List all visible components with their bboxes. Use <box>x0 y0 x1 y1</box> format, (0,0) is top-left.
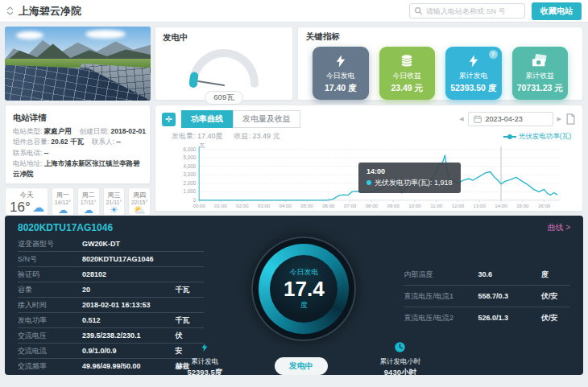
gauge-value-badge: 609瓦 <box>205 91 242 105</box>
svg-text:15:00: 15:00 <box>516 203 529 208</box>
photo-cloud <box>85 30 126 39</box>
svg-text:4,000: 4,000 <box>184 163 197 169</box>
inverter-serial-title[interactable]: 8020KDTU17AG1046 <box>18 222 113 233</box>
weather-day-label: 周一 <box>52 191 73 200</box>
total-gen-label: 累计发电 <box>187 356 222 367</box>
table-row: 验证码028102 <box>18 267 204 282</box>
tab-energy-income[interactable]: 发电量及收益 <box>233 110 300 128</box>
svg-text:0: 0 <box>193 197 197 203</box>
photo-cloud <box>16 31 43 39</box>
row-value: 8020KDTU17AG1046 <box>82 255 175 263</box>
kpi-tile-today-generation[interactable]: 今日发电 17.40 度 <box>313 47 369 100</box>
generating-status-button[interactable]: 发电中 <box>275 357 328 375</box>
row-value: 2018-02-01 16:13:53 <box>82 301 175 309</box>
kpi-label: 今日收益 <box>392 71 421 81</box>
export-icon[interactable] <box>565 113 576 125</box>
svg-text:10:00: 10:00 <box>408 203 421 208</box>
svg-text:2,000: 2,000 <box>184 180 197 186</box>
kpi-label: 累计发电 <box>459 71 488 81</box>
row-unit: 伏 <box>175 331 204 341</box>
inverter-info-table: 逆变器型号GW20K-DT S/N号8020KDTU17AG1046 验证码02… <box>18 237 204 378</box>
svg-text:07:00: 07:00 <box>344 203 357 208</box>
next-day-icon[interactable]: ▶ <box>557 116 561 122</box>
daily-generation-gauge: 今日发电 17.4 度 累计发电 52393.5度 发电中 累计发电小时 943… <box>220 237 387 378</box>
total-gen-value: 52393.5度 <box>187 367 222 378</box>
svg-text:6,000: 6,000 <box>184 146 197 152</box>
favorite-station-button[interactable]: 收藏电站 <box>532 2 582 20</box>
kpi-tile-today-income[interactable]: 今日收益 23.49 元 <box>379 47 436 100</box>
search-input[interactable] <box>426 7 520 15</box>
calendar-icon <box>474 115 482 123</box>
row-unit: 千瓦 <box>175 285 204 295</box>
detail-label: 组件总容量: <box>13 138 49 146</box>
add-compare-button[interactable]: ✛ <box>162 113 176 126</box>
kpi-tile-total-income[interactable]: 累计收益 70731.23 元 <box>512 47 569 100</box>
date-value: 2023-04-23 <box>486 115 523 123</box>
chart-gen-value: 17.40度 <box>197 131 223 142</box>
svg-text:02:00: 02:00 <box>236 203 249 208</box>
gauge-value: 17.4 <box>284 278 325 299</box>
station-photo <box>5 27 151 101</box>
svg-text:01:00: 01:00 <box>214 203 227 208</box>
table-row: 容量20千瓦 <box>18 282 204 298</box>
row-label: 直流电压/电流2 <box>404 313 478 323</box>
chart-legend[interactable]: 光伏发电功率(瓦) <box>503 132 571 142</box>
svg-text:16:00: 16:00 <box>538 203 551 208</box>
search-box[interactable] <box>409 3 525 19</box>
weather-forecast: 今天 16° ☁ 周一 14/12° ☁ 周二 17/11° ☁ 周三 21/1… <box>5 187 151 216</box>
total-generation: 累计发电 52393.5度 <box>187 342 222 378</box>
row-unit: 千瓦 <box>175 315 204 326</box>
row-label: 验证码 <box>18 270 82 280</box>
power-gauge-card: 发电中 609瓦 <box>155 27 293 101</box>
sun-cloud-icon: ⛅ <box>129 205 150 215</box>
legend-marker-icon <box>503 136 516 138</box>
svg-text:08:00: 08:00 <box>366 203 379 208</box>
row-value: 526.0/1.3 <box>478 314 541 322</box>
kpi-tile-total-generation[interactable]: ? 累计发电 52393.50 度 <box>445 47 502 100</box>
bolt-icon <box>333 53 348 69</box>
weather-today: 今天 16° ☁ <box>5 187 48 216</box>
row-label: 直流电压/电流1 <box>404 291 478 302</box>
date-picker[interactable]: 2023-04-23 <box>468 112 553 126</box>
row-value: 028102 <box>82 270 175 278</box>
svg-text:14:00: 14:00 <box>495 203 507 208</box>
svg-text:03:00: 03:00 <box>258 203 271 208</box>
row-label: 容量 <box>18 285 82 295</box>
curve-link[interactable]: 曲线 > <box>547 222 570 233</box>
weather-day: 周二 17/11° ☁ <box>77 187 100 216</box>
sun-icon: ☀ <box>104 205 125 215</box>
weather-day-label: 周四 <box>129 191 150 200</box>
weather-day: 周一 14/12° ☁ <box>52 187 74 216</box>
table-row: 直流电压/电流1558.7/0.3伏/安 <box>404 286 570 307</box>
detail-value: 20.62 千瓦 <box>51 138 84 146</box>
weather-day: 周三 21/11° ☀ <box>103 187 126 216</box>
table-row: 发电功率0.512千瓦 <box>18 313 204 328</box>
inverter-dc-table: 内部温度30.6度 直流电压/电流1558.7/0.3伏/安 直流电压/电流25… <box>404 264 570 378</box>
row-label: S/N号 <box>18 254 82 265</box>
row-value: 239.5/238.2/230.1 <box>82 331 175 340</box>
kpi-value: 70731.23 元 <box>517 83 563 94</box>
table-row: S/N号8020KDTU17AG1046 <box>18 252 204 267</box>
row-value: 0.512 <box>82 316 175 324</box>
tab-power-curve[interactable]: 功率曲线 <box>181 110 233 128</box>
weather-day-label: 周三 <box>104 191 125 200</box>
prev-day-icon[interactable]: ◀ <box>459 116 463 122</box>
row-value: 558.7/0.3 <box>478 292 541 300</box>
bolt-icon <box>200 342 209 353</box>
plant-switcher-chevron-icon[interactable] <box>6 6 14 15</box>
table-row: 接入时间2018-02-01 16:13:53 <box>18 298 204 313</box>
svg-text:5,000: 5,000 <box>184 154 197 160</box>
row-value: 30.6 <box>478 270 541 278</box>
help-icon[interactable]: ? <box>489 50 498 59</box>
svg-text:12:00: 12:00 <box>452 203 465 208</box>
row-value: 0.9/1.0/0.9 <box>82 347 175 355</box>
detail-value: 家庭户用 <box>44 127 72 135</box>
svg-text:09:00: 09:00 <box>387 203 400 208</box>
kpi-label: 今日发电 <box>326 71 355 81</box>
svg-text:3,000: 3,000 <box>184 171 197 177</box>
power-chart[interactable]: 瓦01,0002,0003,0004,0005,0006,00000:0001:… <box>162 142 576 216</box>
row-label: 内部温度 <box>404 270 478 280</box>
row-label: 交流电压 <box>18 331 82 341</box>
chart-income-value: 23.49 元 <box>253 131 280 142</box>
detail-label: 电站地址: <box>13 159 42 167</box>
